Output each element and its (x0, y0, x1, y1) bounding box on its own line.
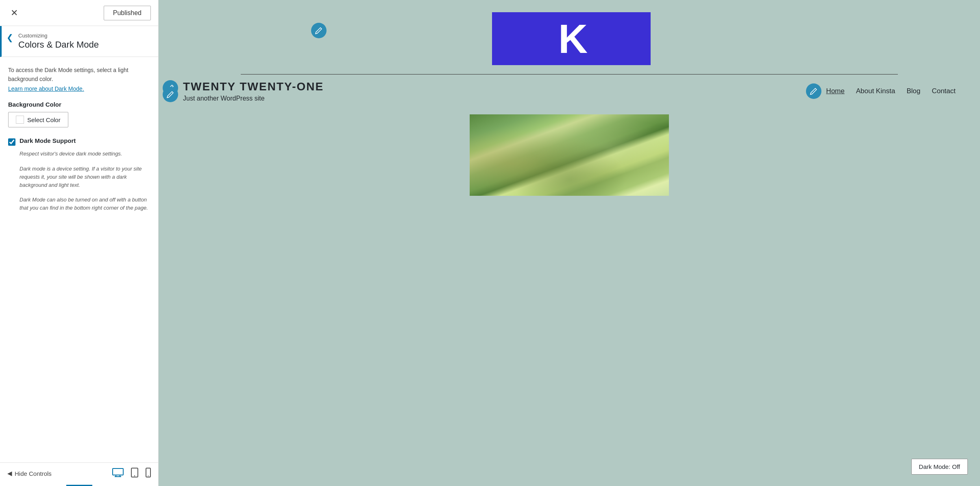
close-button[interactable]: ✕ (7, 7, 21, 19)
dark-mode-widget-button[interactable]: Dark Mode: Off (911, 459, 968, 475)
tablet-device-button[interactable] (131, 468, 138, 479)
site-title-area: TWENTY TWENTY-ONE Just another WordPress… (183, 80, 324, 102)
bottom-bar: ◀ Hide Controls (0, 462, 158, 484)
panel-content: To access the Dark Mode settings, select… (0, 57, 158, 462)
svg-rect-0 (113, 468, 123, 475)
preview-area: K TWENTY TWENTY-ONE Just another WordPre… (159, 0, 980, 486)
nav-home[interactable]: Home (826, 87, 845, 95)
pencil-tagline-button[interactable] (163, 87, 178, 102)
dark-mode-learn-link[interactable]: Learn more about Dark Mode. (8, 85, 84, 92)
info-text: To access the Dark Mode settings, select… (8, 66, 150, 83)
dark-mode-desc1: Respect visitor's device dark mode setti… (20, 150, 150, 158)
device-icons (112, 468, 151, 479)
hide-controls-button[interactable]: ◀ Hide Controls (7, 470, 52, 477)
site-title: TWENTY TWENTY-ONE (183, 80, 324, 93)
mobile-device-button[interactable] (146, 468, 151, 479)
published-button[interactable]: Published (104, 6, 151, 20)
k-letter: K (558, 18, 584, 59)
select-color-button[interactable]: Select Color (8, 112, 68, 127)
nav-about[interactable]: About Kinsta (856, 87, 895, 95)
sidebar: ✕ Published ❮ Customizing Colors & Dark … (0, 0, 159, 486)
section-subtitle: Customizing (18, 33, 99, 39)
blog-image-area (159, 106, 980, 196)
bg-color-label: Background Color (8, 101, 150, 108)
color-swatch (16, 116, 24, 124)
dark-mode-desc2: Dark mode is a device setting. If a visi… (20, 165, 150, 189)
pencil-logo-button[interactable] (311, 23, 327, 38)
preview-divider (241, 74, 898, 74)
desktop-device-button[interactable] (112, 468, 124, 479)
top-bar: ✕ Published (0, 0, 158, 26)
back-button[interactable]: ❮ (7, 33, 13, 42)
preview-header: K (159, 0, 980, 65)
site-tagline: Just another WordPress site (183, 95, 324, 102)
site-info-row: TWENTY TWENTY-ONE Just another WordPress… (159, 80, 980, 102)
dark-mode-label: Dark Mode Support (20, 137, 76, 144)
dark-mode-row: Dark Mode Support (8, 137, 150, 146)
nav-contact[interactable]: Contact (932, 87, 956, 95)
blog-image (470, 114, 669, 196)
dark-mode-checkbox[interactable] (8, 138, 15, 146)
hide-controls-label: Hide Controls (15, 470, 52, 477)
k-logo-box: K (492, 12, 651, 65)
section-title-wrapper: Customizing Colors & Dark Mode (18, 33, 99, 50)
select-color-label: Select Color (27, 116, 61, 123)
svg-point-7 (148, 475, 149, 476)
hide-controls-icon: ◀ (7, 470, 12, 477)
pencil-nav-button[interactable] (806, 83, 821, 99)
section-title: Colors & Dark Mode (18, 39, 99, 50)
dark-mode-desc3: Dark Mode can also be turned on and off … (20, 196, 150, 212)
svg-point-5 (134, 475, 135, 476)
nav-block: Home About Kinsta Blog Contact (826, 87, 956, 95)
nav-blog[interactable]: Blog (906, 87, 920, 95)
section-header: ❮ Customizing Colors & Dark Mode (0, 26, 158, 57)
